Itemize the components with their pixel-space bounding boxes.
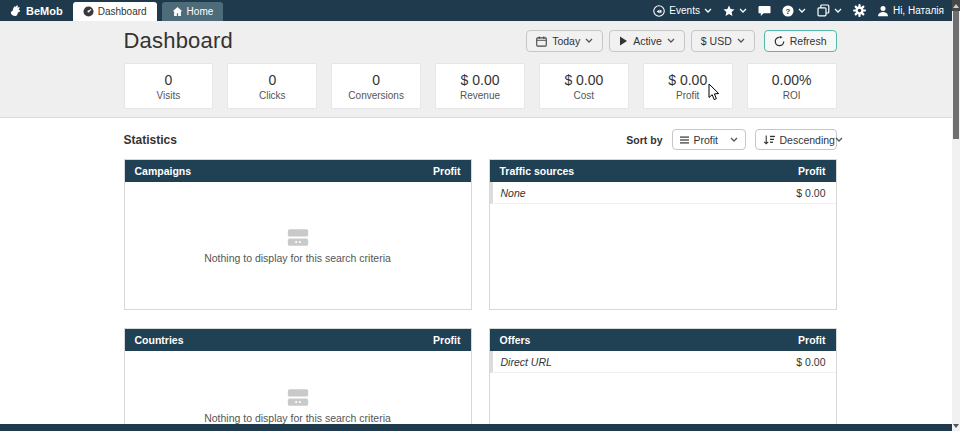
user-menu[interactable]: Hi, Наталія: [877, 5, 944, 17]
events-menu[interactable]: Events: [653, 5, 712, 17]
help-menu[interactable]: ?: [782, 5, 806, 17]
sort-descending-icon: [763, 135, 775, 145]
row-name: None: [501, 187, 526, 199]
sort-controls: Sort by Profit: [626, 129, 836, 150]
stat-label: Cost: [574, 90, 595, 101]
tab-dashboard[interactable]: Dashboard: [73, 2, 157, 21]
sort-order-value: Descending: [780, 134, 835, 146]
stat-label: Profit: [676, 90, 699, 101]
home-icon: [172, 6, 183, 17]
empty-text: Nothing to display for this search crite…: [204, 412, 391, 424]
sort-by-label: Sort by: [626, 134, 662, 146]
chat-button[interactable]: [758, 5, 771, 17]
chevron-down-icon: [585, 38, 593, 44]
stat-label: Revenue: [460, 90, 500, 101]
currency-label: $ USD: [701, 35, 732, 47]
status-filter-button[interactable]: Active: [609, 30, 685, 52]
stat-card-revenue: $ 0.00 Revenue: [435, 63, 525, 109]
stat-card-visits: 0 Visits: [124, 63, 214, 109]
statistics-title: Statistics: [124, 133, 177, 147]
panel-title: Offers: [500, 334, 531, 346]
panel-column-label[interactable]: Profit: [798, 334, 825, 346]
refresh-icon: [774, 36, 785, 47]
chevron-down-icon: [737, 38, 745, 44]
stacked-windows-icon: [817, 4, 830, 17]
refresh-button[interactable]: Refresh: [764, 30, 837, 52]
play-icon: [619, 36, 628, 46]
stat-value: $ 0.00: [564, 72, 603, 88]
help-icon: ?: [782, 5, 794, 17]
panel-offers: Offers Profit Direct URL $ 0.00: [489, 328, 837, 431]
scroll-up-button[interactable]: [952, 0, 960, 11]
scroll-down-button[interactable]: [952, 420, 960, 431]
scrollbar-thumb[interactable]: [953, 11, 959, 139]
events-icon: [653, 5, 665, 17]
star-icon: [723, 5, 735, 17]
list-lines-icon: [680, 136, 689, 144]
dashboard-header-section: Dashboard Today Active: [0, 21, 960, 118]
chevron-down-icon: [739, 8, 747, 14]
gear-icon: [853, 4, 866, 17]
navbar-right: Events ?: [653, 0, 960, 21]
sort-order-select[interactable]: Descending: [755, 129, 837, 150]
panel-traffic-sources: Traffic sources Profit None $ 0.00: [489, 159, 837, 310]
empty-state: Nothing to display for this search crite…: [125, 182, 471, 309]
table-row[interactable]: Direct URL $ 0.00: [490, 351, 836, 373]
panel-title: Campaigns: [135, 165, 192, 177]
stat-label: Conversions: [348, 90, 404, 101]
date-range-button[interactable]: Today: [526, 30, 603, 52]
pages-menu[interactable]: [817, 4, 842, 17]
brand-name: BeMob: [26, 5, 63, 17]
stat-value: 0: [372, 72, 380, 88]
calendar-icon: [536, 36, 547, 47]
empty-data-icon: [286, 228, 310, 247]
chevron-down-icon: [704, 8, 712, 14]
favorites-menu[interactable]: [723, 5, 747, 17]
settings-button[interactable]: [853, 4, 866, 17]
stat-label: Visits: [157, 90, 181, 101]
stat-card-clicks: 0 Clicks: [227, 63, 317, 109]
page-title: Dashboard: [124, 28, 233, 54]
date-range-label: Today: [552, 35, 580, 47]
chevron-down-icon: [730, 137, 738, 143]
stat-card-roi: 0.00% ROI: [747, 63, 837, 109]
panel-column-label[interactable]: Profit: [433, 334, 460, 346]
chevron-down-icon: [667, 38, 675, 44]
empty-text: Nothing to display for this search crite…: [204, 252, 391, 264]
panel-campaigns: Campaigns Profit Nothing to display for …: [124, 159, 472, 310]
panel-title: Traffic sources: [500, 165, 575, 177]
empty-state: Nothing to display for this search crite…: [125, 351, 471, 431]
status-filter-label: Active: [633, 35, 662, 47]
stat-value: 0: [268, 72, 276, 88]
stat-value: $ 0.00: [461, 72, 500, 88]
stat-label: ROI: [783, 90, 801, 101]
panel-title: Countries: [135, 334, 184, 346]
gauge-icon: [83, 6, 94, 17]
events-label: Events: [669, 5, 700, 16]
stat-label: Clicks: [259, 90, 286, 101]
currency-button[interactable]: $ USD: [691, 30, 755, 52]
vertical-scrollbar[interactable]: [952, 0, 960, 431]
sort-field-value: Profit: [694, 134, 719, 146]
bemob-logo[interactable]: BeMob: [0, 0, 73, 21]
row-name: Direct URL: [501, 356, 552, 368]
chat-icon: [758, 5, 771, 17]
top-navbar: BeMob Dashboard Home Events: [0, 0, 960, 21]
stat-card-profit: $ 0.00 Profit: [643, 63, 733, 109]
summary-stats-row: 0 Visits 0 Clicks 0 Conversions $ 0.00 R…: [124, 63, 837, 109]
tab-home-label: Home: [187, 6, 214, 17]
stat-value: 0.00%: [772, 72, 812, 88]
panel-column-label[interactable]: Profit: [798, 165, 825, 177]
table-row[interactable]: None $ 0.00: [490, 182, 836, 204]
sort-field-select[interactable]: Profit: [672, 129, 746, 150]
panel-column-label[interactable]: Profit: [433, 165, 460, 177]
statistics-section: Statistics Sort by Profit: [0, 118, 960, 431]
tab-dashboard-label: Dashboard: [98, 6, 147, 17]
header-controls: Today Active $ USD: [526, 30, 836, 52]
bemob-hand-icon: [9, 4, 22, 17]
user-label: Hi, Наталія: [893, 5, 944, 16]
tab-home[interactable]: Home: [162, 2, 224, 21]
chevron-down-icon: [798, 8, 806, 14]
refresh-label: Refresh: [790, 35, 827, 47]
stat-card-conversions: 0 Conversions: [331, 63, 421, 109]
